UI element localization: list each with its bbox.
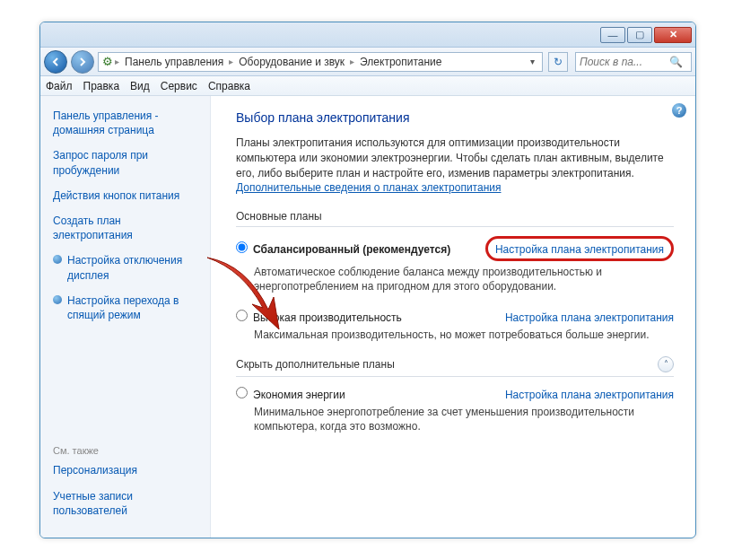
see-also-heading: См. также bbox=[53, 445, 201, 456]
collapse-icon[interactable]: ˄ bbox=[658, 356, 674, 372]
shield-icon bbox=[53, 295, 62, 304]
plan-high-performance: Высокая производительность Настройка пла… bbox=[236, 309, 674, 342]
forward-button[interactable] bbox=[71, 50, 94, 74]
menu-edit[interactable]: Правка bbox=[83, 80, 120, 92]
crumb-group[interactable]: Оборудование и звук bbox=[235, 56, 348, 68]
page-title: Выбор плана электропитания bbox=[236, 110, 674, 125]
control-panel-window: — ▢ ✕ ⚙ ▸ Панель управления ▸ Оборудован… bbox=[39, 22, 696, 538]
minimize-button[interactable]: — bbox=[600, 27, 625, 43]
radio-high-performance[interactable] bbox=[236, 310, 248, 321]
plan-high-settings-link[interactable]: Настройка плана электропитания bbox=[505, 311, 674, 324]
control-panel-icon: ⚙ bbox=[102, 55, 113, 68]
menu-file[interactable]: Файл bbox=[46, 80, 73, 92]
crumb-page[interactable]: Электропитание bbox=[356, 56, 445, 68]
sidebar-link-user-accounts[interactable]: Учетные записи пользователей bbox=[53, 489, 201, 518]
chevron-right-icon: ▸ bbox=[113, 57, 121, 66]
titlebar: — ▢ ✕ bbox=[40, 22, 695, 48]
plan-high-desc: Максимальная производительность, но може… bbox=[254, 328, 674, 342]
maximize-button[interactable]: ▢ bbox=[627, 27, 652, 43]
plan-saver-desc: Минимальное энергопотребление за счет ум… bbox=[254, 405, 674, 433]
plan-balanced-label: Сбалансированный (рекомендуется) bbox=[253, 243, 450, 256]
radio-power-saver[interactable] bbox=[236, 387, 248, 398]
menu-bar: Файл Правка Вид Сервис Справка bbox=[40, 76, 695, 96]
help-icon[interactable]: ? bbox=[672, 103, 686, 118]
main-panel: ? Выбор плана электропитания Планы элект… bbox=[211, 96, 695, 538]
search-icon[interactable]: 🔍 bbox=[669, 56, 683, 68]
window-buttons: — ▢ ✕ bbox=[600, 27, 692, 43]
search-box[interactable]: 🔍 bbox=[575, 52, 692, 72]
content-area: Панель управления - домашняя страница За… bbox=[40, 96, 695, 538]
plan-balanced-desc: Автоматическое соблюдение баланса между … bbox=[254, 265, 674, 293]
chevron-right-icon: ▸ bbox=[227, 57, 235, 66]
plan-balanced-settings-link[interactable]: Настройка плана электропитания bbox=[495, 243, 664, 256]
menu-help[interactable]: Справка bbox=[208, 80, 250, 92]
sidebar-link-sleep[interactable]: Настройка перехода в спящий режим bbox=[67, 293, 201, 322]
sidebar-link-personalization[interactable]: Персонализация bbox=[53, 463, 137, 477]
plan-power-saver: Экономия энергии Настройка плана электро… bbox=[236, 386, 674, 433]
sidebar: Панель управления - домашняя страница За… bbox=[40, 96, 211, 538]
sidebar-link-create-plan[interactable]: Создать план электропитания bbox=[53, 214, 201, 242]
intro-text: Планы электропитания используются для оп… bbox=[236, 136, 674, 196]
chevron-right-icon: ▸ bbox=[348, 57, 356, 66]
menu-view[interactable]: Вид bbox=[130, 80, 150, 92]
back-button[interactable] bbox=[44, 50, 67, 74]
plan-high-label: Высокая производительность bbox=[253, 311, 402, 324]
sidebar-home-link[interactable]: Панель управления - домашняя страница bbox=[53, 109, 201, 137]
highlight-callout: Настройка плана электропитания bbox=[485, 236, 674, 261]
shield-icon bbox=[53, 255, 62, 264]
plan-balanced: Сбалансированный (рекомендуется) Настрой… bbox=[236, 236, 674, 293]
breadcrumb-dropdown-icon[interactable]: ▾ bbox=[527, 57, 538, 66]
radio-balanced[interactable] bbox=[236, 241, 248, 253]
menu-tools[interactable]: Сервис bbox=[161, 80, 197, 92]
plan-saver-settings-link[interactable]: Настройка плана электропитания bbox=[505, 389, 674, 401]
section-basic-plans: Основные планы bbox=[236, 210, 674, 227]
breadcrumb-bar[interactable]: ⚙ ▸ Панель управления ▸ Оборудование и з… bbox=[98, 52, 543, 72]
close-button[interactable]: ✕ bbox=[654, 27, 692, 43]
plan-saver-label: Экономия энергии bbox=[253, 389, 345, 401]
sidebar-see-also: См. также Персонализация Учетные записи … bbox=[53, 409, 201, 529]
search-input[interactable] bbox=[580, 56, 669, 68]
address-bar-row: ⚙ ▸ Панель управления ▸ Оборудование и з… bbox=[40, 48, 695, 76]
crumb-root[interactable]: Панель управления bbox=[121, 56, 227, 68]
sidebar-link-button-actions[interactable]: Действия кнопок питания bbox=[53, 188, 179, 203]
section-additional-plans[interactable]: Скрыть дополнительные планы ˄ bbox=[236, 356, 674, 377]
sidebar-link-display-off[interactable]: Настройка отключения дисплея bbox=[67, 253, 201, 282]
learn-more-link[interactable]: Дополнительные сведения о планах электро… bbox=[236, 181, 501, 194]
refresh-button[interactable]: ↻ bbox=[548, 52, 568, 72]
sidebar-link-password[interactable]: Запрос пароля при пробуждении bbox=[53, 148, 201, 177]
